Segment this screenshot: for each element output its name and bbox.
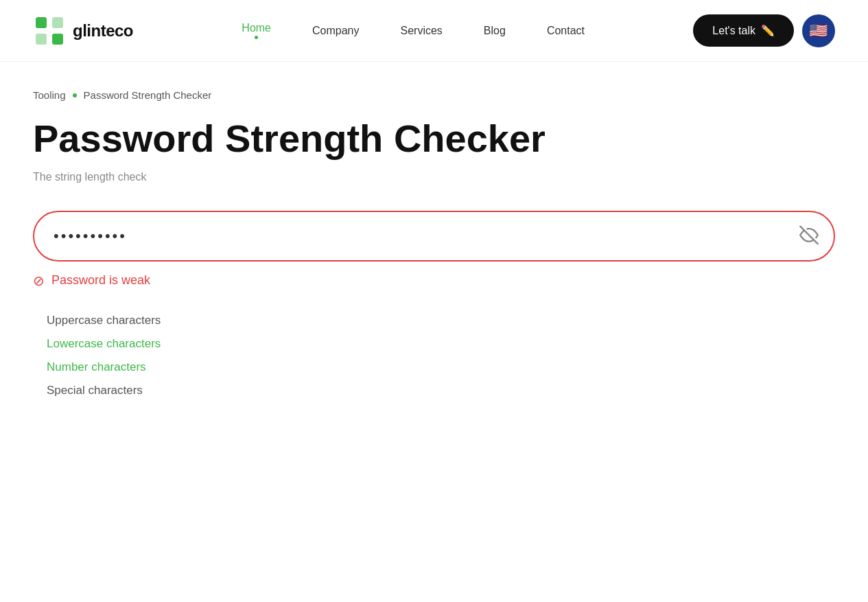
pencil-icon: ✏️ xyxy=(761,24,775,37)
flag-icon: 🇺🇸 xyxy=(809,22,828,40)
svg-rect-2 xyxy=(36,34,47,45)
breadcrumb-separator xyxy=(73,93,77,97)
svg-rect-1 xyxy=(52,17,63,28)
nav-item-blog[interactable]: Blog xyxy=(484,25,506,37)
criteria-list: Uppercase characters Lowercase character… xyxy=(33,314,835,397)
status-message: Password is weak xyxy=(51,273,150,288)
main-content: Tooling Password Strength Checker Passwo… xyxy=(0,62,868,425)
logo-icon xyxy=(33,14,66,47)
criteria-uppercase: Uppercase characters xyxy=(47,314,835,327)
criteria-special: Special characters xyxy=(47,384,835,397)
page-title: Password Strength Checker xyxy=(33,117,835,160)
page-subtitle: The string length check xyxy=(33,171,835,183)
breadcrumb: Tooling Password Strength Checker xyxy=(33,89,835,101)
breadcrumb-current: Password Strength Checker xyxy=(84,89,212,101)
nav-item-company[interactable]: Company xyxy=(312,25,359,37)
warning-icon: ⊘ xyxy=(33,273,45,289)
svg-rect-0 xyxy=(36,17,47,28)
nav-item-contact[interactable]: Contact xyxy=(547,25,585,37)
lets-talk-button[interactable]: Let's talk ✏️ xyxy=(693,14,794,47)
breadcrumb-parent[interactable]: Tooling xyxy=(33,89,66,101)
password-toggle-button[interactable] xyxy=(799,225,819,246)
password-input[interactable] xyxy=(33,211,835,262)
svg-rect-3 xyxy=(52,34,63,45)
eye-slash-icon xyxy=(799,225,819,246)
nav-item-services[interactable]: Services xyxy=(401,25,443,37)
lets-talk-label: Let's talk xyxy=(712,25,755,37)
criteria-lowercase: Lowercase characters xyxy=(47,337,835,351)
logo[interactable]: glinteco xyxy=(33,14,133,47)
language-selector-button[interactable]: 🇺🇸 xyxy=(802,14,835,47)
header: glinteco Home Company Services Blog Cont… xyxy=(0,0,868,62)
header-actions: Let's talk ✏️ 🇺🇸 xyxy=(693,14,835,47)
criteria-numbers: Number characters xyxy=(47,360,835,374)
password-input-wrapper xyxy=(33,211,835,262)
main-nav: Home Company Services Blog Contact xyxy=(242,22,585,39)
password-status: ⊘ Password is weak xyxy=(33,273,835,289)
logo-text: glinteco xyxy=(73,21,133,40)
nav-item-home[interactable]: Home xyxy=(242,22,271,39)
